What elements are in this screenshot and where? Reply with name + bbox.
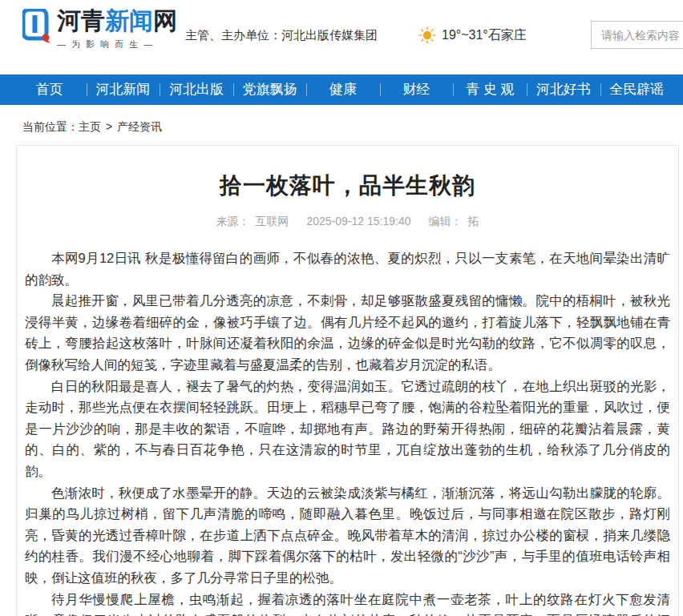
sponsor-text: 主管、主办单位：河北出版传媒集团 xyxy=(185,28,378,43)
weather-widget: 19°~31°石家庄 xyxy=(418,26,527,44)
nav-item[interactable]: 财经 xyxy=(380,74,454,105)
nav-item[interactable]: 河北出版 xyxy=(160,74,233,105)
hq-logo-icon xyxy=(22,9,51,44)
editor-value: 拓 xyxy=(468,215,479,227)
source-label: 来源： xyxy=(216,215,250,227)
nav-list: 首页河北新闻河北出版党旗飘扬健康财经青 史 观河北好书全民辟谣 xyxy=(0,74,683,105)
breadcrumb: 当前位置：主页>产经资讯 xyxy=(0,105,683,145)
logo-title: 河青新闻网 xyxy=(57,7,177,34)
publish-datetime: 2025-09-12 15:19:40 xyxy=(307,215,411,227)
article-paragraph: 待月华慢慢爬上屋檐，虫鸣渐起，握着凉透的落叶坐在庭院中煮一壶老茶，叶上的纹路在灯… xyxy=(25,589,670,616)
logo-part-dark2: 网 xyxy=(153,7,177,34)
breadcrumb-category-link[interactable]: 产经资讯 xyxy=(117,120,162,133)
nav-item[interactable]: 河北新闻 xyxy=(87,74,160,105)
article-body: 本网9月12日讯 秋是极懂得留白的画师，不似春的浓艳、夏的炽烈，只以一支素笔，在… xyxy=(25,248,670,616)
search-input[interactable] xyxy=(591,21,683,49)
logo-text: 河青新闻网 — 为 影 响 而 生 — xyxy=(57,7,177,50)
source-value: 互联网 xyxy=(256,215,289,227)
main-nav: 首页河北新闻河北出版党旗飘扬健康财经青 史 观河北好书全民辟谣 xyxy=(0,74,683,105)
nav-item[interactable]: 河北好书 xyxy=(527,74,600,105)
site-header: 河青新闻网 — 为 影 响 而 生 — 主管、主办单位：河北出版传媒集团 19°… xyxy=(0,0,683,74)
article-paragraph: 本网9月12日讯 秋是极懂得留白的画师，不似春的浓艳、夏的炽烈，只以一支素笔，在… xyxy=(25,248,670,290)
logo-part-dark: 河青 xyxy=(57,7,105,34)
nav-item[interactable]: 青 史 观 xyxy=(453,74,527,105)
breadcrumb-label: 当前位置： xyxy=(22,120,79,133)
sun-icon xyxy=(418,26,436,44)
logo-tagline: — 为 影 响 而 生 — xyxy=(57,38,177,50)
breadcrumb-home-link[interactable]: 主页 xyxy=(79,120,101,133)
weather-temp: 19°~31° xyxy=(442,28,488,42)
article-title: 拾一枚落叶，品半生秋韵 xyxy=(25,171,670,200)
weather-city: 石家庄 xyxy=(488,27,527,44)
site-logo[interactable]: 河青新闻网 — 为 影 响 而 生 — xyxy=(22,7,177,50)
article-paragraph: 晨起推开窗，风里已带着几分透亮的凉意，不刺骨，却足够驱散盛夏残留的慵懒。院中的梧… xyxy=(25,290,670,375)
article-paragraph: 白日的秋阳最是喜人，褪去了暑气的灼热，变得温润如玉。它透过疏朗的枝丫，在地上织出… xyxy=(25,376,670,482)
editor-label: 编辑： xyxy=(429,215,463,227)
logo-part-blue: 新闻 xyxy=(105,7,153,34)
article-container: 拾一枚落叶，品半生秋韵 来源：互联网2025-09-12 15:19:40编辑：… xyxy=(16,145,679,616)
nav-item[interactable]: 全民辟谣 xyxy=(600,74,674,105)
nav-item[interactable]: 党旗飘扬 xyxy=(233,74,307,105)
nav-item[interactable]: 健康 xyxy=(306,74,380,105)
article-paragraph: 色渐浓时，秋便成了水墨晕开的静。天边的云被染成淡紫与橘红，渐渐沉落，将远山勾勒出… xyxy=(25,482,670,589)
article-meta: 来源：互联网2025-09-12 15:19:40编辑：拓 xyxy=(25,215,670,229)
nav-item[interactable]: 首页 xyxy=(13,74,87,105)
breadcrumb-separator: > xyxy=(106,120,112,133)
